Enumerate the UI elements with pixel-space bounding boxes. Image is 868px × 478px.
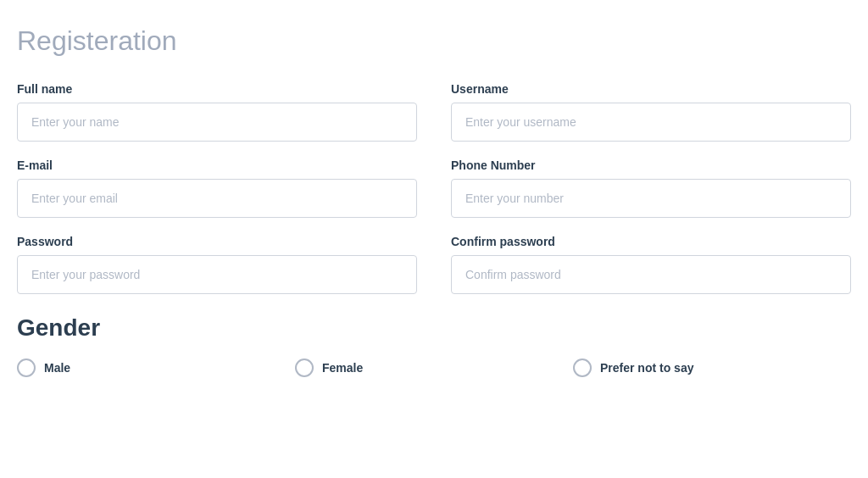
fullname-label: Full name (17, 82, 417, 96)
phone-label: Phone Number (451, 158, 851, 172)
gender-label-male: Male (44, 361, 70, 375)
gender-radio-prefer-not[interactable] (573, 358, 592, 377)
gender-option-female[interactable]: Female (295, 358, 573, 377)
username-group: Username (451, 82, 851, 142)
gender-radio-male[interactable] (17, 358, 36, 377)
email-group: E-mail (17, 158, 417, 218)
gender-section: Gender Male Female Prefer not to say (17, 314, 851, 377)
fullname-group: Full name (17, 82, 417, 142)
gender-option-male[interactable]: Male (17, 358, 295, 377)
confirm-password-group: Confirm password (451, 235, 851, 294)
phone-input[interactable] (451, 179, 851, 218)
email-input[interactable] (17, 179, 417, 218)
gender-label-prefer-not: Prefer not to say (600, 361, 693, 375)
phone-group: Phone Number (451, 158, 851, 218)
gender-option-prefer-not[interactable]: Prefer not to say (573, 358, 851, 377)
confirm-password-input[interactable] (451, 255, 851, 294)
password-group: Password (17, 235, 417, 294)
username-input[interactable] (451, 103, 851, 142)
page-title: Registeration (17, 25, 851, 57)
username-label: Username (451, 82, 851, 96)
gender-title: Gender (17, 314, 851, 342)
fullname-input[interactable] (17, 103, 417, 142)
email-label: E-mail (17, 158, 417, 172)
registration-form: Full name Username E-mail Phone Number P… (17, 82, 851, 294)
gender-radio-female[interactable] (295, 358, 314, 377)
password-input[interactable] (17, 255, 417, 294)
gender-options: Male Female Prefer not to say (17, 358, 851, 377)
gender-label-female: Female (322, 361, 363, 375)
confirm-password-label: Confirm password (451, 235, 851, 248)
password-label: Password (17, 235, 417, 248)
